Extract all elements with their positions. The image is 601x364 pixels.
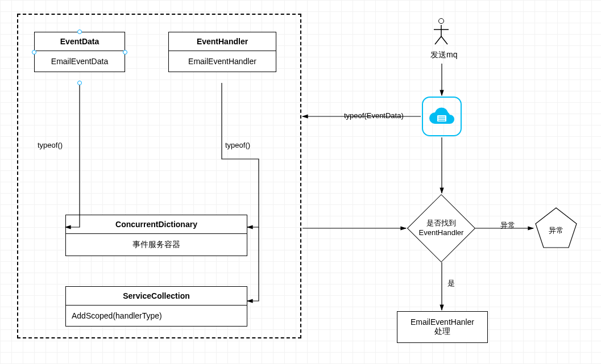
svg-line-3	[441, 36, 447, 44]
port-icon[interactable]	[123, 50, 127, 55]
box-title: EventData	[35, 32, 125, 51]
edge-label-typeof-left: typeof()	[38, 141, 63, 149]
edge-label-exception: 异常	[500, 220, 515, 231]
process-box-emailhandler[interactable]: EmailEventHanler 处理	[397, 311, 488, 343]
edge-label-yes: 是	[447, 278, 455, 288]
port-icon[interactable]	[77, 30, 82, 34]
box-body: 事件服务容器	[66, 234, 247, 256]
cloud-service-icon	[422, 97, 462, 136]
decision-text-line2: EventHandler	[419, 228, 464, 237]
box-title: EventHandler	[169, 32, 276, 51]
edge-label-typeof-eventdata: typeof(EventData)	[344, 111, 404, 120]
class-box-servicecollection[interactable]: ServiceCollection AddScoped(handlerType)	[65, 286, 247, 327]
class-box-eventhandler[interactable]: EventHandler EmailEventHandler	[168, 32, 276, 72]
pentagon-label: 异常	[533, 206, 579, 251]
exception-pentagon[interactable]: 异常	[533, 206, 579, 251]
decision-diamond[interactable]: 是否找到 EventHandler	[407, 194, 475, 262]
box-title: ConcurrentDictionary	[66, 215, 247, 234]
port-icon[interactable]	[77, 81, 82, 85]
decision-text-line1: 是否找到	[426, 219, 456, 227]
box-body: EmailEventHandler	[169, 51, 276, 72]
process-line1: EmailEventHanler	[411, 317, 474, 327]
process-line2: 处理	[434, 327, 450, 336]
actor-caption: 发送mq	[430, 50, 457, 60]
box-body: AddScoped(handlerType)	[66, 306, 247, 326]
svg-line-2	[435, 36, 441, 44]
box-body: EmailEventData	[35, 51, 125, 72]
class-box-concurrentdictionary[interactable]: ConcurrentDictionary 事件服务容器	[65, 215, 247, 256]
box-title: ServiceCollection	[66, 287, 247, 306]
edge-label-typeof-right: typeof()	[225, 141, 250, 149]
class-box-eventdata[interactable]: EventData EmailEventData	[34, 32, 125, 72]
port-icon[interactable]	[32, 50, 36, 55]
actor-icon	[433, 18, 450, 45]
